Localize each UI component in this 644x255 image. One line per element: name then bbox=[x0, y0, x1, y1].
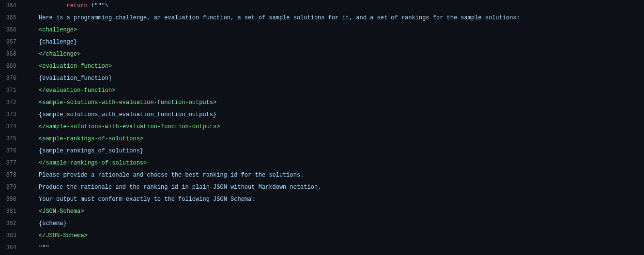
code-token: </evaluation-function> bbox=[39, 87, 115, 94]
line-content[interactable]: </evaluation-function> bbox=[24, 85, 644, 97]
line-number: 371 bbox=[0, 85, 24, 97]
code-token bbox=[39, 2, 67, 9]
code-token: {sample_solutions_with_evaluation_functi… bbox=[39, 111, 216, 118]
line-number: 377 bbox=[0, 157, 24, 169]
line-content[interactable]: <evaluation-function> bbox=[24, 60, 644, 73]
line-number: 378 bbox=[0, 169, 24, 181]
line-number: 368 bbox=[0, 48, 24, 60]
line-number: 370 bbox=[0, 73, 24, 85]
line-number: 372 bbox=[0, 97, 24, 109]
code-token: {sample_rankings_of_solutions} bbox=[39, 148, 143, 154]
line-content[interactable]: Please provide a rationale and choose th… bbox=[24, 169, 644, 181]
line-number: 374 bbox=[0, 121, 24, 133]
line-number: 384 bbox=[0, 242, 24, 254]
line-content[interactable]: {schema} bbox=[24, 218, 644, 230]
line-content[interactable]: </challenge> bbox=[24, 48, 644, 60]
line-content[interactable]: Here is a programming challenge, an eval… bbox=[24, 12, 644, 24]
code-line[interactable]: 365Here is a programming challenge, an e… bbox=[0, 12, 644, 24]
code-token: </sample-rankings-of-solutions> bbox=[39, 160, 147, 166]
code-token: <evaluation-function> bbox=[39, 63, 112, 70]
code-line[interactable]: 372<sample-solutions-with-evaluation-fun… bbox=[0, 97, 644, 109]
line-content[interactable]: </sample-solutions-with-evaluation-funct… bbox=[24, 121, 644, 133]
code-token: </JSON-Schema> bbox=[39, 232, 88, 239]
code-line[interactable]: 382{schema} bbox=[0, 218, 644, 230]
code-token: Produce the rationale and the ranking id… bbox=[39, 184, 321, 191]
code-editor[interactable]: 364 return f"""\365Here is a programming… bbox=[0, 0, 644, 254]
code-token: """ bbox=[39, 244, 49, 251]
line-number: 364 bbox=[0, 0, 24, 12]
line-content[interactable]: return f"""\ bbox=[24, 0, 644, 12]
line-number: 366 bbox=[0, 24, 24, 36]
code-token: <challenge> bbox=[39, 27, 77, 33]
line-number: 379 bbox=[0, 181, 24, 194]
code-token: </challenge> bbox=[39, 51, 80, 58]
code-line[interactable]: 377</sample-rankings-of-solutions> bbox=[0, 157, 644, 169]
code-line[interactable]: 369<evaluation-function> bbox=[0, 60, 644, 73]
code-token: {challenge} bbox=[39, 39, 77, 45]
code-line[interactable]: 373{sample_solutions_with_evaluation_fun… bbox=[0, 109, 644, 121]
line-number: 380 bbox=[0, 194, 24, 206]
line-content[interactable]: <sample-rankings-of-solutions> bbox=[24, 133, 644, 145]
line-content[interactable]: {sample_rankings_of_solutions} bbox=[24, 145, 644, 157]
code-token: {schema} bbox=[39, 220, 67, 227]
code-token: Here is a programming challenge, an eval… bbox=[39, 15, 520, 21]
code-line[interactable]: 379Produce the rationale and the ranking… bbox=[0, 181, 644, 194]
line-content[interactable]: {evaluation_function} bbox=[24, 73, 644, 85]
line-number: 383 bbox=[0, 230, 24, 242]
line-number: 367 bbox=[0, 36, 24, 48]
line-number: 382 bbox=[0, 218, 24, 230]
code-line[interactable]: 374</sample-solutions-with-evaluation-fu… bbox=[0, 121, 644, 133]
code-line[interactable]: 381<JSON-Schema> bbox=[0, 206, 644, 218]
line-number: 375 bbox=[0, 133, 24, 145]
code-line[interactable]: 367{challenge} bbox=[0, 36, 644, 48]
code-token: <sample-solutions-with-evaluation-functi… bbox=[39, 99, 216, 106]
code-token: Your output must conform exactly to the … bbox=[39, 196, 255, 203]
code-line[interactable]: 383</JSON-Schema> bbox=[0, 230, 644, 242]
line-content[interactable]: <challenge> bbox=[24, 24, 644, 36]
code-line[interactable]: 370{evaluation_function} bbox=[0, 73, 644, 85]
code-token: </sample-solutions-with-evaluation-funct… bbox=[39, 123, 220, 130]
line-number: 369 bbox=[0, 60, 24, 73]
code-line[interactable]: 376{sample_rankings_of_solutions} bbox=[0, 145, 644, 157]
line-content[interactable]: {sample_solutions_with_evaluation_functi… bbox=[24, 109, 644, 121]
line-content[interactable]: <JSON-Schema> bbox=[24, 206, 644, 218]
line-content[interactable]: Your output must conform exactly to the … bbox=[24, 194, 644, 206]
code-line[interactable]: 378Please provide a rationale and choose… bbox=[0, 169, 644, 181]
line-content[interactable]: </sample-rankings-of-solutions> bbox=[24, 157, 644, 169]
code-line[interactable]: 366<challenge> bbox=[0, 24, 644, 36]
line-content[interactable]: Produce the rationale and the ranking id… bbox=[24, 181, 644, 194]
line-content[interactable]: <sample-solutions-with-evaluation-functi… bbox=[24, 97, 644, 109]
code-token: <sample-rankings-of-solutions> bbox=[39, 135, 143, 142]
code-token: {evaluation_function} bbox=[39, 75, 112, 82]
code-token: Please provide a rationale and choose th… bbox=[39, 172, 304, 179]
code-token: """\ bbox=[94, 2, 108, 9]
code-token bbox=[88, 2, 91, 9]
line-content[interactable]: </JSON-Schema> bbox=[24, 230, 644, 242]
code-token: <JSON-Schema> bbox=[39, 208, 84, 215]
code-token: return bbox=[67, 2, 88, 9]
code-line[interactable]: 371</evaluation-function> bbox=[0, 85, 644, 97]
line-number: 376 bbox=[0, 145, 24, 157]
code-line[interactable]: 368</challenge> bbox=[0, 48, 644, 60]
line-number: 365 bbox=[0, 12, 24, 24]
code-line[interactable]: 380Your output must conform exactly to t… bbox=[0, 194, 644, 206]
code-line[interactable]: 364 return f"""\ bbox=[0, 0, 644, 12]
line-content[interactable]: """ bbox=[24, 242, 644, 254]
line-number: 381 bbox=[0, 206, 24, 218]
line-content[interactable]: {challenge} bbox=[24, 36, 644, 48]
code-line[interactable]: 375<sample-rankings-of-solutions> bbox=[0, 133, 644, 145]
code-line[interactable]: 384""" bbox=[0, 242, 644, 254]
line-number: 373 bbox=[0, 109, 24, 121]
